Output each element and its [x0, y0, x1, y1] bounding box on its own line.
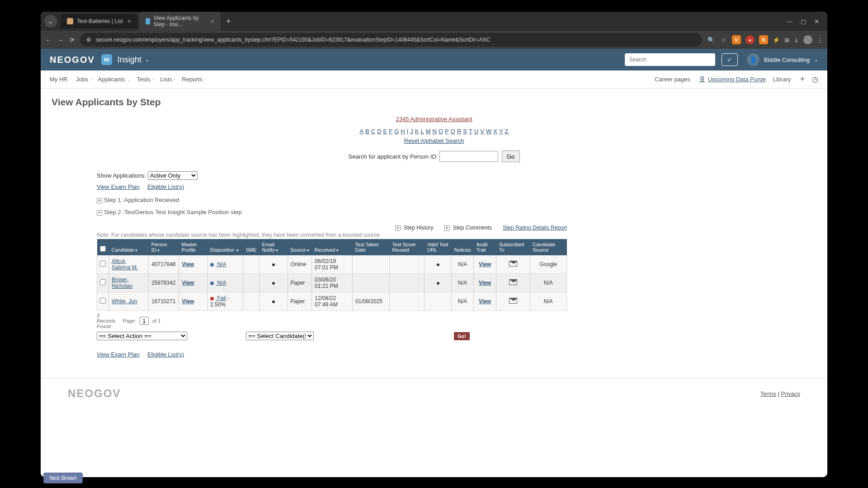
action-go-button[interactable]: Go!: [454, 332, 470, 340]
minimize-icon[interactable]: —: [787, 18, 793, 25]
alpha-letter-F[interactable]: F: [389, 128, 392, 135]
reload-icon[interactable]: ⟳: [70, 37, 75, 43]
master-profile-link[interactable]: View: [182, 261, 194, 267]
maximize-icon[interactable]: ▢: [801, 18, 806, 25]
terms-link[interactable]: Terms: [760, 390, 776, 397]
browser-menu-icon[interactable]: ⋮: [817, 37, 823, 43]
site-settings-icon[interactable]: ⚙: [86, 37, 91, 43]
master-profile-link[interactable]: View: [182, 280, 194, 286]
row-checkbox[interactable]: [100, 279, 106, 285]
step-comments-link[interactable]: + Step Comments: [444, 225, 492, 231]
tasks-icon[interactable]: ✓: [722, 53, 738, 66]
close-window-icon[interactable]: ✕: [814, 18, 819, 25]
eligible-lists-link[interactable]: Eligible List(s): [147, 183, 184, 190]
view-exam-plan-link-bottom[interactable]: View Exam Plan: [97, 351, 139, 358]
candidate-name-link[interactable]: Brown, Nicholas: [112, 277, 132, 289]
expand-icon[interactable]: +: [97, 210, 102, 216]
row-checkbox[interactable]: [100, 261, 106, 267]
alpha-letter-H[interactable]: H: [401, 128, 405, 135]
nav-library[interactable]: Library: [773, 76, 791, 83]
profile-avatar-icon[interactable]: [803, 35, 812, 44]
go-button[interactable]: Go: [502, 150, 520, 162]
step-1[interactable]: +Step 1 :Application Received: [97, 197, 816, 203]
privacy-link[interactable]: Privacy: [781, 390, 800, 397]
extensions-menu-icon[interactable]: ⊞: [784, 37, 789, 43]
row-checkbox[interactable]: [100, 298, 106, 304]
nav-data-purge[interactable]: 🗄 Upcoming Data Purge: [699, 76, 766, 83]
audit-trail-link[interactable]: View: [479, 261, 491, 267]
view-exam-plan-link[interactable]: View Exam Plan: [97, 183, 139, 190]
nav-myhr[interactable]: My HR: [50, 76, 68, 83]
url-input[interactable]: ⚙ secure.neogov.com/employers/app_tracki…: [80, 33, 702, 47]
product-switcher[interactable]: Insight ⌄: [118, 55, 149, 65]
select-action[interactable]: == Select Action ==: [97, 332, 187, 340]
audit-trail-link[interactable]: View: [479, 298, 491, 305]
col-person-id[interactable]: Person ID▾: [149, 239, 179, 255]
alpha-letter-B[interactable]: B: [365, 128, 369, 135]
step-rating-link[interactable]: Step Rating Details Report: [503, 225, 567, 231]
expand-icon[interactable]: +: [97, 198, 102, 203]
candidate-name-link[interactable]: Allcut, Sabrina M.: [112, 258, 138, 271]
alpha-letter-O[interactable]: O: [439, 128, 443, 135]
close-icon[interactable]: ×: [211, 18, 214, 25]
extension-icon[interactable]: N: [759, 35, 768, 44]
extension-icon[interactable]: U: [732, 35, 741, 44]
history-icon[interactable]: ◷: [812, 75, 818, 84]
alpha-letter-S[interactable]: S: [463, 128, 467, 135]
extension-icon[interactable]: ●: [745, 35, 755, 44]
master-profile-link[interactable]: View: [182, 298, 194, 305]
alpha-letter-T[interactable]: T: [469, 128, 472, 135]
alpha-letter-E[interactable]: E: [383, 128, 387, 135]
show-apps-select[interactable]: Active Only: [148, 171, 198, 180]
alpha-letter-P[interactable]: P: [445, 128, 449, 135]
tab-dropdown-icon[interactable]: ⌄: [44, 15, 57, 28]
browser-tab-2[interactable]: View Applicants by Step - Insi... ×: [139, 12, 221, 31]
alpha-letter-G[interactable]: G: [394, 128, 399, 135]
alpha-letter-A[interactable]: A: [359, 128, 363, 135]
col-received[interactable]: Received▾: [312, 239, 353, 255]
alpha-letter-N[interactable]: N: [433, 128, 437, 135]
zoom-icon[interactable]: 🔍: [708, 37, 715, 43]
mail-icon[interactable]: [509, 298, 517, 304]
alpha-letter-Q[interactable]: Q: [451, 128, 455, 135]
page-input[interactable]: [140, 317, 149, 325]
audit-trail-link[interactable]: View: [479, 280, 491, 286]
bookmark-icon[interactable]: ☆: [721, 37, 726, 43]
new-tab-button[interactable]: +: [226, 17, 231, 26]
alpha-letter-V[interactable]: V: [480, 128, 484, 135]
alpha-letter-Y[interactable]: Y: [499, 128, 503, 135]
reset-alphabet-link[interactable]: Reset Alphabet Search: [52, 137, 816, 144]
alpha-letter-M[interactable]: M: [426, 128, 431, 135]
nav-career-pages[interactable]: Career pages: [655, 76, 690, 83]
col-candidate[interactable]: Candidate▾: [109, 239, 149, 255]
step-2[interactable]: +Step 2 :TestGenius Test Insight Sample …: [97, 209, 816, 216]
extension-icon[interactable]: ⚡: [773, 37, 780, 43]
col-email-notify[interactable]: Email Notify▾: [259, 239, 288, 255]
alpha-letter-X[interactable]: X: [493, 128, 497, 135]
alpha-letter-I[interactable]: I: [407, 128, 409, 135]
step-history-link[interactable]: + Step History: [395, 225, 434, 231]
nav-applicants[interactable]: Applicants: [98, 76, 125, 83]
nav-reports[interactable]: Reports: [182, 76, 203, 83]
alpha-letter-L[interactable]: L: [421, 128, 424, 135]
mail-icon[interactable]: [509, 279, 517, 285]
select-all-checkbox[interactable]: [100, 246, 106, 252]
person-id-input[interactable]: [439, 151, 498, 162]
nav-jobs[interactable]: Jobs: [76, 76, 88, 83]
back-icon[interactable]: ←: [45, 37, 51, 43]
alpha-letter-U[interactable]: U: [474, 128, 478, 135]
nav-tests[interactable]: Tests: [137, 76, 151, 83]
alpha-letter-J[interactable]: J: [410, 128, 413, 135]
download-icon[interactable]: ⤓: [794, 37, 799, 43]
nav-lists[interactable]: Lists: [160, 76, 172, 83]
mail-icon[interactable]: [509, 261, 517, 267]
eligible-lists-link-bottom[interactable]: Eligible List(s): [147, 351, 184, 358]
select-candidates[interactable]: == Select Candidate(s) ==: [246, 332, 314, 340]
candidate-name-link[interactable]: White, Jon: [112, 298, 137, 305]
user-menu[interactable]: 👤 Biddle Consulting ⌄: [747, 53, 818, 66]
alpha-letter-R[interactable]: R: [457, 128, 461, 135]
job-link[interactable]: 2345 Administrative Assistant: [396, 116, 472, 122]
browser-tab-1[interactable]: Test-Batteries | List ×: [61, 14, 137, 28]
col-disposition[interactable]: Disposition ▾: [208, 239, 243, 255]
close-icon[interactable]: ×: [127, 18, 131, 25]
